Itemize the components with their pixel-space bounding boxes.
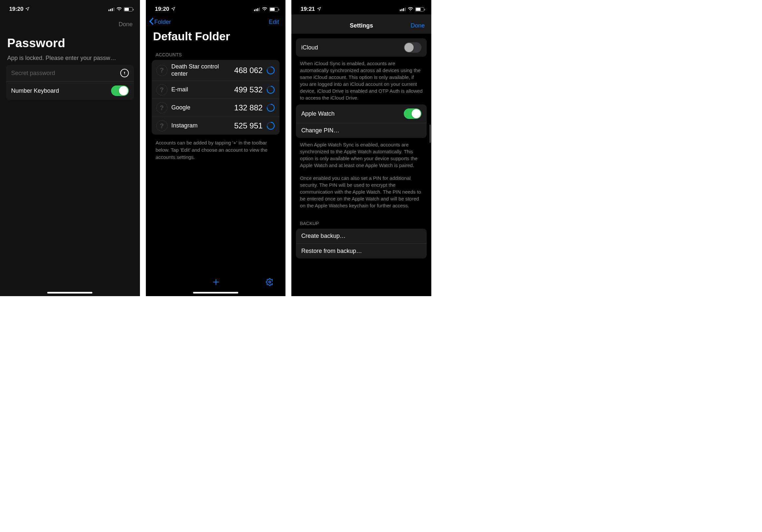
apple-watch-toggle[interactable] xyxy=(404,108,421,119)
change-pin-row[interactable]: Change PIN… xyxy=(296,123,427,138)
account-name: Instagram xyxy=(171,122,230,129)
apple-watch-help-text-1: When Apple Watch Sync is enabled, accoun… xyxy=(291,138,431,172)
number-keyboard-label: Number Keyboard xyxy=(11,88,111,94)
accounts-list: ? Death Star control center 468 062 ? E-… xyxy=(152,60,280,135)
number-keyboard-toggle[interactable] xyxy=(111,86,129,96)
edit-button[interactable]: Edit xyxy=(269,19,279,26)
navbar: Folder Edit xyxy=(146,14,286,27)
password-screen: 19:20 Done Password App is locked. Pleas… xyxy=(0,0,140,296)
change-pin-label: Change PIN… xyxy=(301,127,421,134)
restore-backup-label: Restore from backup… xyxy=(301,248,421,254)
add-button[interactable] xyxy=(212,278,220,288)
accounts-header: ACCOUNTS xyxy=(146,48,286,60)
settings-screen: 19:21 Settings Done iCloud Wh xyxy=(291,0,431,296)
location-icon xyxy=(25,6,30,13)
account-row[interactable]: ? Google 132 882 xyxy=(152,99,280,117)
settings-title: Settings xyxy=(350,22,373,29)
icloud-row: iCloud xyxy=(296,38,427,57)
timer-ring-icon xyxy=(267,121,275,130)
settings-navbar: Settings Done xyxy=(291,14,431,34)
account-code: 132 882 xyxy=(234,103,263,112)
status-time: 19:20 xyxy=(9,6,23,13)
number-keyboard-row: Number Keyboard xyxy=(6,82,134,100)
status-bar: 19:20 xyxy=(0,0,140,14)
restore-backup-row[interactable]: Restore from backup… xyxy=(296,244,427,258)
wifi-icon xyxy=(116,6,122,13)
status-time: 19:20 xyxy=(155,6,169,13)
back-button[interactable]: Folder xyxy=(149,18,171,27)
apple-watch-help-text-2: Once enabled you can also set a PIN for … xyxy=(291,172,431,212)
account-name: Death Star control center xyxy=(171,63,230,77)
status-bar: 19:20 xyxy=(146,0,286,14)
home-indicator[interactable] xyxy=(47,292,92,294)
apple-watch-label: Apple Watch xyxy=(301,110,404,117)
location-icon xyxy=(317,6,321,13)
status-bar: 19:21 xyxy=(291,0,431,14)
svg-point-13 xyxy=(269,281,271,283)
modal-header: Done xyxy=(0,14,140,28)
password-input[interactable]: Secret password xyxy=(11,70,120,77)
page-title: Default Folder xyxy=(146,27,286,48)
wifi-icon xyxy=(262,6,267,13)
account-row[interactable]: ? E-mail 499 532 xyxy=(152,81,280,99)
account-placeholder-icon: ? xyxy=(156,102,168,113)
chevron-left-icon xyxy=(149,18,154,27)
apple-watch-section: Apple Watch Change PIN… xyxy=(296,104,427,138)
backup-section: Create backup… Restore from backup… xyxy=(296,229,427,258)
done-button[interactable]: Done xyxy=(118,21,133,28)
wifi-icon xyxy=(408,6,413,13)
settings-button[interactable] xyxy=(266,278,274,287)
timer-ring-icon xyxy=(267,103,275,112)
battery-icon xyxy=(124,7,133,12)
battery-icon xyxy=(415,7,424,12)
back-label: Folder xyxy=(154,19,171,26)
account-code: 499 532 xyxy=(234,85,263,94)
lock-subtitle: App is locked. Please enter your passw… xyxy=(0,50,140,65)
backup-header: BACKUP xyxy=(291,212,431,229)
cellular-signal-icon xyxy=(254,8,260,11)
timer-ring-icon xyxy=(267,66,275,75)
icloud-toggle[interactable] xyxy=(404,42,421,53)
account-code: 525 951 xyxy=(234,121,263,130)
account-placeholder-icon: ? xyxy=(156,84,168,95)
keychain-icon[interactable] xyxy=(120,69,129,77)
account-name: Google xyxy=(171,104,230,111)
timer-ring-icon xyxy=(267,86,275,94)
account-placeholder-icon: ? xyxy=(156,120,168,131)
status-time: 19:21 xyxy=(301,6,315,13)
cellular-signal-icon xyxy=(109,8,114,11)
home-indicator[interactable] xyxy=(193,292,238,294)
create-backup-label: Create backup… xyxy=(301,233,421,239)
account-code: 468 062 xyxy=(234,66,263,75)
cellular-signal-icon xyxy=(400,8,406,11)
account-row[interactable]: ? Death Star control center 468 062 xyxy=(152,60,280,81)
password-card: Secret password Number Keyboard xyxy=(6,65,134,100)
toolbar xyxy=(146,278,286,288)
account-name: E-mail xyxy=(171,86,230,93)
create-backup-row[interactable]: Create backup… xyxy=(296,229,427,244)
page-title: Password xyxy=(0,28,140,50)
icloud-label: iCloud xyxy=(301,44,404,51)
battery-icon xyxy=(269,7,278,12)
scrollbar-indicator[interactable] xyxy=(430,124,431,143)
folder-screen: 19:20 Folder Edit Default Folder ACCOUNT… xyxy=(146,0,286,296)
accounts-footer-text: Accounts can be added by tapping '+' in … xyxy=(146,135,286,165)
icloud-help-text: When iCloud Sync is enabled, accounts ar… xyxy=(291,57,431,104)
account-placeholder-icon: ? xyxy=(156,65,168,76)
done-button[interactable]: Done xyxy=(411,22,425,29)
icloud-section: iCloud xyxy=(296,38,427,57)
apple-watch-row: Apple Watch xyxy=(296,104,427,123)
location-icon xyxy=(171,6,175,13)
svg-rect-2 xyxy=(124,74,125,74)
password-field-row[interactable]: Secret password xyxy=(6,65,134,82)
account-row[interactable]: ? Instagram 525 951 xyxy=(152,117,280,135)
